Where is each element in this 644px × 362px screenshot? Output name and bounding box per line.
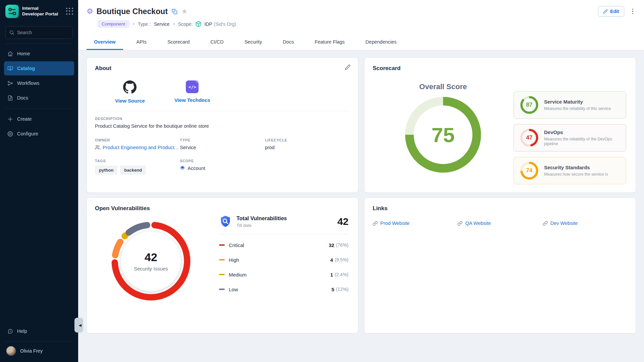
- severity-row-medium: Medium 1 (2.4%): [219, 267, 348, 282]
- view-techdocs-link[interactable]: </> View Techdocs: [174, 80, 210, 104]
- severity-count: 1: [330, 272, 333, 278]
- tag-chip[interactable]: backend: [120, 166, 146, 175]
- owner-value: Product Engineering and Product...: [103, 145, 178, 150]
- link-prod-website[interactable]: Prod Website: [373, 221, 458, 226]
- techdocs-glyph: </>: [189, 84, 196, 89]
- sidebar-item-configure[interactable]: Configure: [4, 127, 74, 141]
- type-field-label: TYPE: [180, 138, 265, 142]
- severity-row-critical: Critical 32 (76%): [219, 238, 348, 252]
- tab-cicd[interactable]: CI/CD: [203, 35, 231, 50]
- sidebar-item-docs[interactable]: Docs: [4, 91, 74, 105]
- pencil-icon: [603, 9, 608, 14]
- search-icon: [9, 30, 14, 35]
- tab-dependencies[interactable]: Dependencies: [358, 35, 404, 50]
- gear-icon: [7, 131, 13, 137]
- description-label: DESCRIPTION: [95, 117, 350, 121]
- sidebar-spacer: [0, 141, 78, 324]
- sidebar-item-label: Configure: [17, 131, 38, 136]
- view-source-link[interactable]: View Source: [115, 80, 145, 104]
- app-logo-row: Internal Developer Portal: [0, 0, 78, 22]
- severity-pct: (76%): [336, 242, 348, 248]
- users-icon: [95, 145, 100, 150]
- view-techdocs-label: View Techdocs: [174, 97, 210, 103]
- about-card: About View Source </> View Techdoc: [87, 57, 358, 193]
- help-label: Help: [17, 328, 27, 334]
- copy-icon[interactable]: [172, 9, 177, 14]
- severity-dash: [219, 274, 225, 276]
- scope-field-label: SCOPE: [180, 159, 265, 163]
- sidebar-item-home[interactable]: Home: [4, 47, 74, 61]
- links-title: Links: [373, 205, 628, 212]
- github-icon: [123, 80, 137, 94]
- user-menu[interactable]: Olivia Frey: [0, 342, 78, 362]
- about-edit-icon[interactable]: [345, 64, 351, 71]
- severity-dash: [219, 289, 225, 290]
- tab-overview[interactable]: Overview: [87, 35, 123, 50]
- tab-feature-flags[interactable]: Feature Flags: [307, 35, 352, 50]
- severity-label: High: [229, 257, 330, 263]
- tab-docs[interactable]: Docs: [275, 35, 301, 50]
- severity-label: Low: [229, 287, 331, 292]
- scorecard-item-service-maturity[interactable]: 87 Service Maturity Measures the reliabi…: [514, 91, 626, 119]
- page-title: Boutique Checkout: [97, 7, 168, 16]
- techdocs-icon: </>: [186, 80, 199, 93]
- link-qa-website[interactable]: QA Website: [458, 221, 542, 226]
- owner-link[interactable]: Product Engineering and Product...: [95, 145, 180, 150]
- severity-pct: (2.4%): [335, 272, 348, 277]
- star-icon[interactable]: [181, 8, 187, 14]
- severity-label: Critical: [229, 242, 329, 248]
- severity-count: 5: [331, 287, 334, 292]
- security-issues-count: 42: [145, 251, 157, 264]
- total-vulnerabilities-label: Total Vulnerabilities: [236, 216, 333, 222]
- overall-score-label: Overall Score: [419, 82, 467, 91]
- scope-value: IDP: [204, 21, 212, 27]
- user-name: Olivia Frey: [20, 348, 43, 354]
- edit-button[interactable]: Edit: [598, 6, 624, 17]
- tab-apis[interactable]: APIs: [129, 35, 154, 50]
- sidebar-search[interactable]: [5, 26, 73, 39]
- scorecard-card: Scorecard Overall Score 75: [364, 57, 636, 193]
- sidebar-item-workflows[interactable]: Workflows: [4, 76, 74, 90]
- about-title: About: [95, 65, 350, 72]
- more-options-icon[interactable]: [630, 7, 636, 16]
- dot-separator: [133, 23, 135, 25]
- score-value: 87: [520, 96, 539, 114]
- dot-separator: [173, 23, 175, 25]
- app-title: Internal Developer Portal: [22, 6, 66, 17]
- svg-text:?: ?: [9, 330, 11, 332]
- main-area: ⚙ Boutique Checkout Edit: [78, 0, 644, 362]
- scorecard-item-devops[interactable]: 47 DevOps Measures the reliability of th…: [514, 124, 626, 152]
- layers-icon: [180, 166, 185, 171]
- scope-label: Scope:: [178, 21, 193, 27]
- link-dev-website[interactable]: Dev Website: [543, 221, 628, 226]
- sidebar-item-help[interactable]: ? Help: [0, 324, 78, 338]
- scope-org: (Sid's Org): [214, 21, 236, 27]
- scope-field-value: Account: [187, 166, 205, 171]
- score-ring: 47: [520, 128, 539, 147]
- sidebar-nav: Home Catalog Workflows Docs: [0, 44, 78, 141]
- entity-gear-icon: ⚙: [87, 8, 93, 15]
- tags-label: TAGS: [95, 159, 180, 163]
- score-ring: 74: [520, 161, 539, 180]
- search-input[interactable]: [17, 30, 69, 35]
- sidebar-item-catalog[interactable]: Catalog: [4, 61, 74, 75]
- app-switcher-icon[interactable]: [66, 8, 73, 15]
- till-date-label: Till date: [236, 223, 333, 228]
- tab-scorecard[interactable]: Scorecard: [160, 35, 197, 50]
- sidebar-divider: [5, 108, 73, 109]
- severity-pct: (12%): [336, 287, 348, 292]
- workflow-icon: [7, 80, 13, 86]
- scorecard-item-security-standards[interactable]: 74 Security Standards Measures how secur…: [514, 157, 626, 184]
- tag-chip[interactable]: python: [95, 166, 117, 175]
- sidebar-item-create[interactable]: Create: [4, 112, 74, 126]
- tab-security[interactable]: Security: [237, 35, 269, 50]
- shield-scan-icon: [219, 215, 232, 228]
- lifecycle-value: prod: [265, 145, 350, 150]
- severity-count: 32: [329, 242, 334, 248]
- link-icon: [373, 221, 378, 226]
- plus-icon: [7, 116, 13, 122]
- severity-row-high: High 4 (9.5%): [219, 252, 348, 267]
- sidebar-collapse-handle[interactable]: ◀: [74, 318, 83, 333]
- score-ring: 87: [520, 96, 539, 114]
- about-divider: [95, 111, 350, 111]
